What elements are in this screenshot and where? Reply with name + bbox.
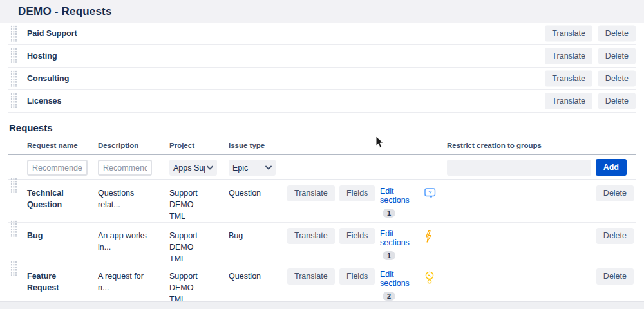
section-name: Consulting <box>27 74 69 83</box>
sections-count-badge: 2 <box>383 292 395 301</box>
column-header-project: Project <box>169 142 194 149</box>
translate-button[interactable]: Translate <box>545 48 592 64</box>
request-issue-type: Bug <box>229 230 281 241</box>
drag-handle-icon[interactable] <box>10 220 17 237</box>
description-input[interactable] <box>98 160 152 176</box>
restrict-groups-input[interactable] <box>447 160 591 176</box>
column-header-restrict-groups: Restrict creation to groups <box>447 142 542 149</box>
requests-heading: Requests <box>9 122 636 133</box>
request-description: A request for n... <box>98 270 149 294</box>
column-header-issue-type: Issue type <box>229 142 265 149</box>
drag-handle-icon[interactable] <box>10 70 17 87</box>
translate-button[interactable]: Translate <box>287 185 335 201</box>
column-header-request-name: Request name <box>27 142 78 149</box>
fields-button[interactable]: Fields <box>339 185 375 201</box>
request-project: Support DEMO TML <box>169 230 211 265</box>
drag-handle-icon[interactable] <box>10 261 17 277</box>
delete-button[interactable]: Delete <box>598 26 636 42</box>
edit-sections-link[interactable]: Edit sections <box>380 187 417 205</box>
issue-type-select[interactable]: Epic <box>229 160 276 176</box>
request-row-bug: Bug An app works in... Support DEMO TML … <box>8 223 636 263</box>
request-name: Technical Question <box>27 187 82 211</box>
table-header-row: Request name Description Project Issue t… <box>8 138 636 155</box>
translate-button[interactable]: Translate <box>287 268 335 285</box>
add-button[interactable]: Add <box>596 159 627 176</box>
edit-sections-cell: Edit sections 2 <box>380 270 417 301</box>
request-name-input[interactable] <box>27 160 88 176</box>
chevron-down-icon <box>265 165 272 170</box>
page-title: DEMO - Requests <box>18 5 112 18</box>
drag-handle-icon[interactable] <box>10 93 17 109</box>
edit-sections-cell: Edit sections 1 <box>380 187 417 218</box>
section-row-consulting: Consulting Translate Delete <box>8 68 636 90</box>
request-issue-type: Question <box>229 187 281 199</box>
request-description: An app works in... <box>98 230 149 253</box>
drag-handle-icon[interactable] <box>10 48 17 64</box>
request-project: Support DEMO TML <box>169 187 211 222</box>
drag-handle-icon[interactable] <box>10 178 17 194</box>
question-bubble-icon: ? <box>424 187 437 202</box>
section-name: Hosting <box>27 52 57 61</box>
section-row-hosting: Hosting Translate Delete <box>8 45 636 68</box>
svg-text:?: ? <box>428 189 431 196</box>
drag-handle-icon[interactable] <box>10 25 17 42</box>
sections-count-badge: 1 <box>383 251 395 260</box>
request-name: Feature Request <box>27 270 82 294</box>
delete-button[interactable]: Delete <box>598 93 636 109</box>
request-row-technical-question: Technical Question Questions relat... Su… <box>8 180 636 223</box>
delete-button[interactable]: Delete <box>596 268 634 285</box>
sections-list: Paid Support Translate Delete Hosting Tr… <box>8 23 636 113</box>
request-project: Support DEMO TML <box>169 270 211 305</box>
request-issue-type: Question <box>229 270 281 282</box>
fields-button[interactable]: Fields <box>339 228 375 244</box>
edit-sections-link[interactable]: Edit sections <box>380 270 417 288</box>
request-name: Bug <box>27 230 82 241</box>
section-row-paid-support: Paid Support Translate Delete <box>8 23 636 45</box>
section-name: Paid Support <box>27 29 77 38</box>
page-header: DEMO - Requests <box>0 0 644 23</box>
chevron-down-icon <box>207 165 213 170</box>
edit-sections-link[interactable]: Edit sections <box>380 229 417 248</box>
sections-count-badge: 1 <box>383 209 395 218</box>
request-row-feature-request: Feature Request A request for n... Suppo… <box>8 263 636 304</box>
fields-button[interactable]: Fields <box>339 268 375 285</box>
edit-sections-cell: Edit sections 1 <box>380 229 417 261</box>
add-request-row: Apps Supp Epic Add <box>8 155 636 180</box>
translate-button[interactable]: Translate <box>545 93 592 109</box>
section-name: Licenses <box>27 97 62 106</box>
project-select[interactable]: Apps Supp <box>169 160 217 176</box>
lightbulb-icon <box>424 270 435 288</box>
delete-button[interactable]: Delete <box>596 228 634 244</box>
project-select-value: Apps Supp <box>173 164 205 173</box>
translate-button[interactable]: Translate <box>545 71 592 87</box>
delete-button[interactable]: Delete <box>598 48 636 64</box>
footer-band <box>0 301 644 309</box>
issue-type-select-value: Epic <box>232 164 263 173</box>
column-header-description: Description <box>98 142 138 149</box>
bolt-icon <box>424 230 433 246</box>
request-description: Questions relat... <box>98 187 149 211</box>
requests-table: Request name Description Project Issue t… <box>8 138 636 304</box>
translate-button[interactable]: Translate <box>287 228 335 244</box>
translate-button[interactable]: Translate <box>545 26 592 42</box>
delete-button[interactable]: Delete <box>596 185 634 201</box>
delete-button[interactable]: Delete <box>598 71 636 87</box>
section-row-licenses: Licenses Translate Delete <box>8 90 636 113</box>
